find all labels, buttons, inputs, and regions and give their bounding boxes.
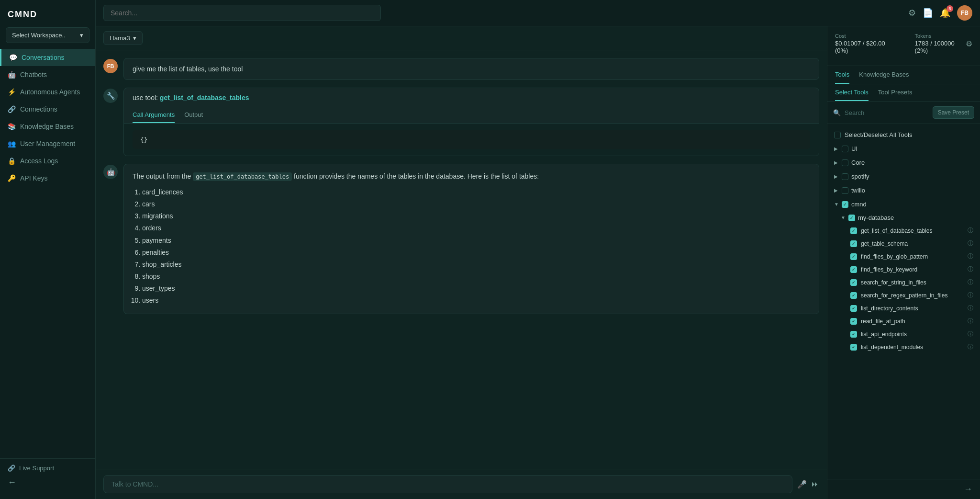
chevron-down-icon: ▼ [834,202,839,207]
chat-area: Llama3 ▾ FB give me the list of tables, … [96,26,827,499]
select-all-row: Select/Deselect All Tools [827,128,980,142]
user-management-icon: 👥 [8,140,15,147]
tool-group-cmnd: ▼ ✓ cmnd ▼ ✓ my-database ✓ get_list_of_d… [827,197,980,353]
sidebar-item-access-logs[interactable]: 🔒Access Logs [0,152,95,170]
sidebar-item-connections[interactable]: 🔗Connections [0,101,95,118]
ui-group-checkbox[interactable] [842,146,848,152]
list-item: shop_articles [142,259,810,271]
model-selector[interactable]: Llama3 ▾ [103,31,143,45]
link-icon: 🔗 [8,465,15,472]
tool-checkbox-find-glob[interactable]: ✓ [850,253,857,260]
settings-icon[interactable]: ⚙ [908,8,916,18]
tool-group-cmnd-header[interactable]: ▼ ✓ cmnd [827,197,980,211]
twilio-group-checkbox[interactable] [842,187,848,194]
notification-icon[interactable]: 🔔 5 [940,8,950,18]
panel-search-input[interactable] [845,109,929,116]
list-item: penalties [142,247,810,259]
tool-call-message: 🔧 use tool: get_list_of_database_tables … [103,88,819,156]
right-panel-header: Cost $0.01007 / $20.00 (0%) Tokens 1783 … [827,26,980,66]
info-icon[interactable]: ⓘ [968,239,973,248]
tool-item-get-schema: ✓ get_table_schema ⓘ [827,237,980,250]
sidebar-item-label: Conversations [22,54,65,61]
sidebar-item-label: Connections [20,105,57,113]
microphone-icon[interactable]: 🎤 [797,480,807,489]
tab-output[interactable]: Output [184,107,203,123]
subtab-tool-presets[interactable]: Tool Presets [878,84,913,101]
tool-label-find-keyword: find_files_by_keyword [861,266,964,273]
send-icon[interactable]: ⏭ [812,480,819,488]
core-group-checkbox[interactable] [842,159,848,166]
save-preset-button[interactable]: Save Preset [933,106,974,119]
info-icon[interactable]: ⓘ [968,252,973,261]
tool-group-twilio-header[interactable]: ▶ twilio [827,183,980,197]
tool-checkbox-search-regex[interactable]: ✓ [850,292,857,299]
notification-badge: 5 [947,5,953,12]
tool-group-core-header[interactable]: ▶ Core [827,156,980,170]
tool-checkbox-get-schema[interactable]: ✓ [850,240,857,247]
tool-item-read-file: ✓ read_file_at_path ⓘ [827,315,980,328]
tool-checkbox-list-dir[interactable]: ✓ [850,305,857,312]
tab-knowledge-bases[interactable]: Knowledge Bases [859,66,909,84]
info-icon[interactable]: ⓘ [968,317,973,325]
search-input[interactable] [103,5,381,21]
info-icon[interactable]: ⓘ [968,265,973,273]
tool-checkbox-get-list[interactable]: ✓ [850,227,857,234]
workspace-selector[interactable]: Select Workspace.. ▾ [6,27,89,43]
tool-checkbox-find-keyword[interactable]: ✓ [850,266,857,273]
tool-label-search-regex: search_for_regex_pattern_in_files [861,292,964,299]
info-icon[interactable]: ⓘ [968,343,973,351]
output-list: card_licences cars migrations orders pay… [133,186,810,307]
sidebar-item-knowledge-bases[interactable]: 📚Knowledge Bases [0,118,95,135]
tool-group-ui-header[interactable]: ▶ UI [827,142,980,156]
list-item: orders [142,222,810,234]
tool-subgroup-my-database-header[interactable]: ▼ ✓ my-database [827,211,980,224]
sidebar-item-chatbots[interactable]: 🤖Chatbots [0,66,95,83]
sidebar-item-label: User Management [20,140,75,147]
tokens-label: Tokens [915,33,966,39]
tool-checkbox-list-api[interactable]: ✓ [850,331,857,338]
info-icon[interactable]: ⓘ [968,304,973,312]
subtab-select-tools[interactable]: Select Tools [835,84,869,101]
main-content: ⚙ 📄 🔔 5 FB Llama3 ▾ FB [96,0,980,499]
model-chevron-icon: ▾ [133,34,136,42]
tokens-block: Tokens 1783 / 100000 (2%) [915,33,966,54]
tool-checkbox-list-deps[interactable]: ✓ [850,344,857,351]
tab-tools[interactable]: Tools [835,66,849,84]
info-icon[interactable]: ⓘ [968,278,973,286]
sidebar-item-autonomous-agents[interactable]: ⚡Autonomous Agents [0,83,95,101]
panel-settings-icon[interactable]: ⚙ [966,39,972,48]
tool-checkbox-search-string[interactable]: ✓ [850,279,857,286]
panel-arrow[interactable]: → [827,479,980,499]
bot-message: 🤖 The output from the get_list_of_databa… [103,164,819,314]
document-icon[interactable]: 📄 [923,8,933,18]
info-icon[interactable]: ⓘ [968,227,973,235]
spotify-group-label: spotify [851,173,973,180]
sidebar-nav: 💬Conversations🤖Chatbots⚡Autonomous Agent… [0,49,95,458]
tool-label-find-glob: find_files_by_glob_pattern [861,253,964,260]
content-area: Llama3 ▾ FB give me the list of tables, … [96,26,980,499]
live-support-link[interactable]: 🔗 Live Support [8,465,88,472]
chevron-down-icon: ▾ [80,32,83,39]
tool-checkbox-read-file[interactable]: ✓ [850,318,857,325]
sidebar-item-api-keys[interactable]: 🔑API Keys [0,170,95,187]
user-avatar[interactable]: FB [957,5,972,21]
list-item: payments [142,235,810,247]
info-icon[interactable]: ⓘ [968,291,973,299]
sidebar-item-user-management[interactable]: 👥User Management [0,135,95,152]
back-button[interactable]: ← [8,477,88,488]
my-database-checkbox[interactable]: ✓ [848,215,855,221]
tool-label-list-api: list_api_endpoints [861,331,964,338]
tool-group-spotify-header[interactable]: ▶ spotify [827,170,980,183]
sidebar-item-conversations[interactable]: 💬Conversations [0,49,95,66]
tool-item-list-deps: ✓ list_dependent_modules ⓘ [827,340,980,353]
tool-item-list-api: ✓ list_api_endpoints ⓘ [827,328,980,340]
cmnd-group-checkbox[interactable]: ✓ [842,201,848,208]
select-all-checkbox[interactable] [834,132,841,138]
tool-call-box: use tool: get_list_of_database_tables Ca… [123,88,819,156]
list-item: users [142,295,810,306]
tool-item-list-dir: ✓ list_directory_contents ⓘ [827,302,980,315]
chat-input[interactable] [103,475,792,493]
tab-call-arguments[interactable]: Call Arguments [133,107,175,123]
spotify-group-checkbox[interactable] [842,173,848,180]
info-icon[interactable]: ⓘ [968,330,973,338]
